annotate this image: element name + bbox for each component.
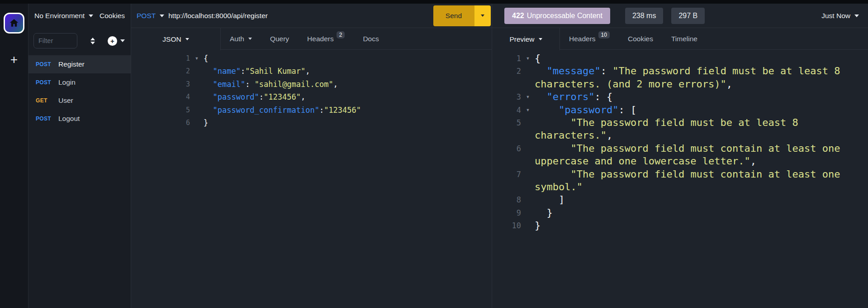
code-line: 3▼ "errors": { <box>492 91 868 103</box>
code-text: { <box>204 52 208 65</box>
code-line[interactable]: 1▼{ <box>131 52 492 65</box>
fold-gutter <box>190 104 204 116</box>
response-tab-headers[interactable]: Headers10 <box>560 28 619 49</box>
url-input[interactable]: http://localhost:8000/api/register <box>168 12 430 20</box>
response-history-dropdown[interactable]: Just Now <box>821 12 859 20</box>
sidebar-request-logout[interactable]: POSTLogout <box>28 110 131 128</box>
send-button[interactable]: Send <box>433 5 474 26</box>
code-text: "password":"123456", <box>204 91 305 103</box>
fold-gutter <box>521 219 535 232</box>
code-line[interactable]: 6} <box>131 116 492 129</box>
sidebar-request-register[interactable]: POSTRegister <box>28 55 131 73</box>
fold-gutter <box>190 91 204 103</box>
fold-gutter <box>521 65 535 77</box>
json-key: "password_confirmation" <box>213 106 319 115</box>
request-tab-json[interactable]: JSON <box>131 28 221 50</box>
response-body-viewer: 1▼{2 "message": "The password field must… <box>492 50 868 308</box>
tab-label: Headers <box>307 35 334 43</box>
send-options-button[interactable] <box>474 5 491 26</box>
response-tab-cookies[interactable]: Cookies <box>619 28 662 49</box>
code-text: "errors": { <box>535 91 612 103</box>
json-punctuation: , <box>607 130 612 141</box>
size-badge: 297 B <box>671 8 705 24</box>
fold-arrow-icon[interactable]: ▼ <box>521 104 535 116</box>
request-tab-auth[interactable]: Auth <box>221 28 261 49</box>
sidebar-request-login[interactable]: POSTLogin <box>28 73 131 91</box>
json-key: "message" <box>547 65 601 77</box>
line-number: 1 <box>492 52 521 65</box>
tab-label: Headers <box>569 35 596 43</box>
cookies-button[interactable]: Cookies <box>100 12 125 20</box>
json-string: "Sahil Kumar" <box>245 67 305 76</box>
request-body-editor[interactable]: 1▼{2 "name":"Sahil Kumar",3 "email": "sa… <box>131 50 492 308</box>
history-label: Just Now <box>821 12 850 20</box>
code-text: "message": "The password field must be a… <box>535 65 840 77</box>
request-name: Register <box>58 60 85 68</box>
json-string: characters." <box>535 130 607 141</box>
request-tab-headers[interactable]: Headers2 <box>298 28 354 49</box>
fold-gutter <box>190 65 204 77</box>
fold-arrow-icon[interactable]: ▼ <box>521 91 535 103</box>
line-number: 7 <box>492 168 521 181</box>
json-string: "123456" <box>264 92 301 101</box>
response-tab-timeline[interactable]: Timeline <box>662 28 707 49</box>
code-line[interactable]: 3 "email": "sahil@gmail.com", <box>131 78 492 91</box>
json-punctuation: } <box>204 118 208 127</box>
json-key: "password" <box>559 104 618 116</box>
code-line[interactable]: 2 "name":"Sahil Kumar", <box>131 65 492 77</box>
json-punctuation: , <box>301 92 305 101</box>
json-punctuation: , <box>750 155 756 167</box>
json-punctuation: } <box>547 207 553 218</box>
json-punctuation: , <box>305 67 310 76</box>
chevron-down-icon <box>160 14 164 17</box>
code-text: characters. (and 2 more errors)", <box>535 78 732 91</box>
line-number: 1 <box>131 52 190 65</box>
request-tab-query[interactable]: Query <box>261 28 298 49</box>
code-line: characters. (and 2 more errors)", <box>492 78 868 91</box>
json-punctuation: : <box>241 67 245 76</box>
fold-gutter <box>521 155 535 168</box>
code-line[interactable]: 5 "password_confirmation":"123456" <box>131 104 492 116</box>
line-number: 2 <box>131 65 190 77</box>
json-string: symbol." <box>535 181 583 192</box>
code-text: } <box>204 116 208 129</box>
json-string: "The password field must contain at leas… <box>570 168 840 180</box>
filter-input[interactable] <box>33 33 77 48</box>
chevron-down-icon <box>539 38 542 40</box>
json-punctuation: , <box>333 80 338 89</box>
environment-selector[interactable]: No Environment <box>34 12 93 20</box>
home-button[interactable] <box>4 13 24 34</box>
code-line[interactable]: 4 "password":"123456", <box>131 91 492 103</box>
code-text: "name":"Sahil Kumar", <box>204 65 310 77</box>
sidebar-request-user[interactable]: GETUser <box>28 91 131 110</box>
fold-gutter <box>521 193 535 206</box>
request-tab-docs[interactable]: Docs <box>354 28 388 49</box>
chevron-down-icon <box>854 14 859 17</box>
add-request-button[interactable]: + <box>108 36 125 46</box>
fold-gutter <box>521 142 535 155</box>
status-code: 422 <box>512 12 524 20</box>
tab-count-badge: 10 <box>598 31 610 38</box>
fold-gutter <box>521 207 535 219</box>
code-text: } <box>535 219 541 232</box>
code-text: characters.", <box>535 129 612 142</box>
code-line: characters.", <box>492 129 868 142</box>
fold-gutter <box>521 78 535 91</box>
json-string: "sahil@gmail.com" <box>255 80 333 89</box>
new-workspace-button[interactable]: + <box>10 53 18 66</box>
sort-button[interactable] <box>89 36 97 46</box>
code-text: "The password field must be at least 8 <box>535 116 798 129</box>
code-text: "password_confirmation":"123456" <box>204 104 361 116</box>
line-number: 5 <box>492 116 521 129</box>
response-tab-preview[interactable]: Preview <box>492 28 560 50</box>
code-line: 7 "The password field must contain at le… <box>492 168 868 181</box>
chevron-down-icon <box>248 38 252 40</box>
json-punctuation: , <box>726 78 732 90</box>
fold-arrow-icon[interactable]: ▼ <box>521 52 535 65</box>
plus-circle-icon: + <box>108 36 117 46</box>
fold-arrow-icon[interactable]: ▼ <box>190 52 204 65</box>
method-dropdown[interactable]: POST <box>137 12 164 20</box>
json-punctuation: : <box>319 106 324 115</box>
request-method-label: POST <box>36 61 58 67</box>
line-number: 3 <box>492 91 521 103</box>
